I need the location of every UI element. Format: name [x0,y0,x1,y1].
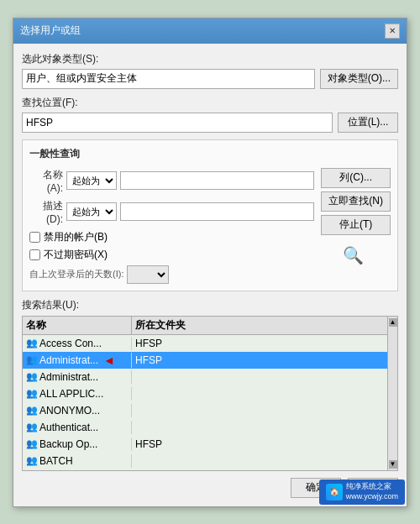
desc-query-label: 描述(D): [29,199,63,225]
row-name-cell: 👥Authenticat... [23,421,132,434]
col-folder-header: 所在文件夹 [132,317,387,334]
name-query-label: 名称(A): [29,168,63,194]
row-folder-cell [132,410,387,411]
location-label: 查找位置(F): [22,96,398,110]
user-group-icon: 👥 [26,405,38,416]
disabled-checkbox[interactable] [29,232,40,243]
magnify-icon: 🔍 [343,245,370,272]
close-button[interactable]: ✕ [385,24,400,39]
general-query-title: 一般性查询 [29,147,391,161]
user-group-icon: 👥 [26,388,38,399]
disabled-label[interactable]: 禁用的帐户(B) [44,230,108,244]
table-row[interactable]: 👥Authenticat... [23,419,387,436]
user-group-icon: 👥 [26,422,38,432]
no-expire-label[interactable]: 不过期密码(X) [44,248,108,262]
table-row[interactable]: 👥Administrat...◄HFSP [23,352,387,369]
name-query-combo[interactable]: 起始为 [66,171,117,190]
row-name-cell: 👥Access Con... [23,337,132,350]
location-section: 查找位置(F): 位置(L)... [22,96,398,133]
user-group-icon: 👥 [26,371,38,382]
location-input[interactable] [22,113,333,133]
desc-query-combo[interactable]: 起始为 [66,202,117,221]
row-name-cell: 👥ALL APPLIC... [23,387,132,401]
location-button[interactable]: 位置(L)... [338,113,398,133]
row-folder-cell: HFSP [132,354,387,367]
scrollbar[interactable]: ▲ ▼ [387,317,397,470]
results-table[interactable]: 名称 所在文件夹 👥Access Con...HFSP👥Administrat.… [23,317,387,470]
desc-query-input[interactable] [120,202,314,221]
row-folder-cell [132,460,387,462]
title-bar-buttons: ✕ [385,24,400,39]
watermark-text: 纯净系统之家 www.ycwjy.com [346,482,398,501]
row-name-cell: 👥BATCH [23,454,132,468]
results-header: 名称 所在文件夹 [23,317,387,335]
desc-query-row: 描述(D): 起始为 [29,199,314,225]
object-type-input[interactable] [22,69,315,89]
watermark-icon: 🏠 [326,484,343,500]
table-row[interactable]: 👥Backup Op...HFSP [23,436,387,453]
row-folder-cell [132,376,387,378]
name-query-input[interactable] [120,171,314,190]
user-group-icon: 👥 [26,455,38,466]
title-bar: 选择用户或组 ✕ [13,18,407,44]
general-query-body: 名称(A): 起始为 描述(D): 起始为 [29,168,391,284]
columns-button[interactable]: 列(C)... [321,168,391,188]
name-query-row: 名称(A): 起始为 [29,168,314,194]
results-label: 搜索结果(U): [22,298,398,312]
user-group-icon: 👥 [26,438,38,449]
watermark: 🏠 纯净系统之家 www.ycwjy.com [319,479,405,504]
results-section: 搜索结果(U): 名称 所在文件夹 👥Access Con...HFSP👥Adm… [22,298,398,471]
row-name-cell: 👥Administrat...◄ [23,353,132,368]
search-icon-area: 🔍 [321,245,391,272]
days-row: 自上次登录后的天数(I): [29,265,314,284]
no-expire-checkbox[interactable] [29,249,40,260]
stop-button[interactable]: 停止(T) [321,215,391,235]
row-name-cell: 👥Backup Op... [23,438,132,451]
disabled-checkbox-row: 禁用的帐户(B) [29,230,314,244]
user-group-icon: 👥 [26,354,38,365]
select-user-dialog: 选择用户或组 ✕ 选此对象类型(S): 对象类型(O)... 查找位置(F): … [13,18,407,507]
row-folder-cell: HFSP [132,337,387,350]
object-type-input-row: 对象类型(O)... [22,69,398,89]
no-expire-checkbox-row: 不过期密码(X) [29,248,314,262]
object-type-button[interactable]: 对象类型(O)... [320,69,398,89]
table-row[interactable]: 👥Administrat... [23,369,387,385]
row-name-cell: 👥Administrat... [23,370,132,384]
object-type-label: 选此对象类型(S): [22,52,398,66]
selection-arrow: ◄ [103,354,115,367]
table-row[interactable]: 👥CONSOLE ... [23,469,387,470]
table-row[interactable]: 👥Access Con...HFSP [23,335,387,352]
location-input-row: 位置(L)... [22,113,398,133]
general-query-section: 一般性查询 名称(A): 起始为 描述(D): 起 [22,139,398,291]
query-fields: 名称(A): 起始为 描述(D): 起始为 [29,168,314,284]
row-name-cell: 👥ANONYMO... [23,404,132,417]
results-rows: 👥Access Con...HFSP👥Administrat...◄HFSP👥A… [23,335,387,470]
object-type-section: 选此对象类型(S): 对象类型(O)... [22,52,398,89]
dialog-body: 选此对象类型(S): 对象类型(O)... 查找位置(F): 位置(L)... … [13,44,407,506]
find-now-button[interactable]: 立即查找(N) [321,191,391,212]
table-row[interactable]: 👥ANONYMO... [23,402,387,419]
right-buttons: 列(C)... 立即查找(N) 停止(T) 🔍 [321,168,391,284]
days-label: 自上次登录后的天数(I): [29,268,123,280]
dialog-title: 选择用户或组 [20,24,81,38]
results-outer: 名称 所在文件夹 👥Access Con...HFSP👥Administrat.… [22,316,398,471]
user-group-icon: 👥 [26,338,38,348]
row-folder-cell [132,427,387,428]
row-folder-cell: HFSP [132,438,387,451]
row-folder-cell [132,393,387,395]
table-row[interactable]: 👥ALL APPLIC... [23,385,387,402]
col-name-header: 名称 [23,317,132,334]
table-row[interactable]: 👥BATCH [23,453,387,469]
days-combo[interactable] [127,265,169,284]
